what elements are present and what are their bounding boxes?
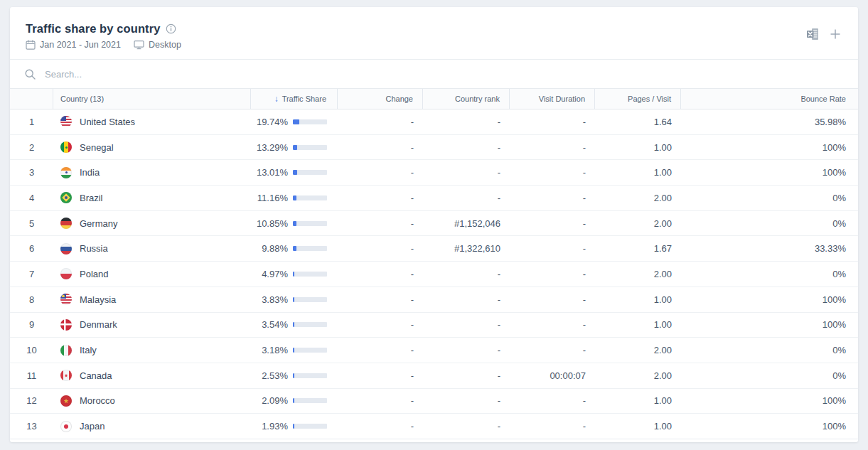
table-header-row: Country (13) ↓ Traffic Share Change Coun… bbox=[10, 88, 858, 109]
excel-export-button[interactable] bbox=[806, 28, 820, 41]
column-header-visit-duration[interactable]: Visit Duration bbox=[510, 89, 595, 109]
country-flag-icon bbox=[60, 141, 72, 153]
bounce-rate-cell: 35.98% bbox=[681, 117, 858, 127]
column-header-bounce-rate[interactable]: Bounce Rate bbox=[681, 89, 858, 109]
rank-cell: 13 bbox=[10, 421, 53, 432]
country-rank-cell: - bbox=[423, 345, 510, 355]
visit-duration-cell: - bbox=[510, 243, 595, 254]
country-name: Germany bbox=[80, 218, 117, 229]
table-row: 4 Brazil 11.16% - - - 2.00 0% bbox=[10, 186, 858, 211]
rank-cell: 3 bbox=[10, 167, 53, 178]
traffic-share-value: 2.09% bbox=[262, 395, 288, 406]
country-name: Brazil bbox=[80, 193, 103, 203]
bounce-rate-cell: 100% bbox=[681, 167, 858, 178]
visit-duration-cell: - bbox=[510, 167, 595, 178]
traffic-share-bar-fill bbox=[293, 221, 296, 226]
bounce-rate-cell: 100% bbox=[681, 319, 858, 330]
country-name: Denmark bbox=[80, 319, 117, 330]
pages-per-visit-cell: 2.00 bbox=[595, 370, 681, 381]
table-row: 9 Denmark 3.54% - - - 1.00 100% bbox=[10, 313, 858, 338]
column-header-traffic-share[interactable]: ↓ Traffic Share bbox=[251, 89, 338, 109]
visit-duration-cell: - bbox=[510, 142, 595, 153]
country-name: Italy bbox=[80, 345, 97, 355]
traffic-share-cell: 13.29% bbox=[251, 142, 338, 153]
country-rank-cell: - bbox=[423, 319, 510, 330]
change-cell: - bbox=[338, 117, 423, 127]
rank-cell: 12 bbox=[10, 395, 53, 406]
pages-per-visit-cell: 1.00 bbox=[595, 142, 681, 153]
column-header-country[interactable]: Country (13) bbox=[53, 89, 251, 109]
bounce-rate-cell: 0% bbox=[681, 269, 858, 279]
rank-cell: 2 bbox=[10, 142, 53, 153]
traffic-share-bar bbox=[293, 145, 327, 150]
visit-duration-cell: - bbox=[510, 395, 595, 406]
country-name: Poland bbox=[80, 269, 108, 279]
traffic-share-cell: 19.74% bbox=[251, 117, 338, 127]
country-flag-icon bbox=[60, 243, 72, 255]
traffic-share-value: 3.83% bbox=[262, 294, 288, 305]
device-label: Desktop bbox=[149, 40, 181, 50]
country-name: Morocco bbox=[80, 395, 115, 406]
country-flag-icon bbox=[60, 345, 72, 356]
traffic-share-cell: 3.18% bbox=[251, 345, 338, 355]
country-rank-cell: - bbox=[423, 294, 510, 305]
traffic-share-card: Traffic share by country bbox=[10, 7, 858, 442]
country-rank-cell: - bbox=[423, 142, 510, 153]
traffic-share-value: 13.01% bbox=[257, 167, 288, 178]
search-input[interactable] bbox=[45, 69, 844, 80]
country-rank-cell: - bbox=[423, 421, 510, 432]
traffic-share-value: 1.93% bbox=[262, 421, 288, 432]
pages-per-visit-cell: 2.00 bbox=[595, 269, 681, 279]
pages-per-visit-cell: 2.00 bbox=[595, 193, 681, 203]
table-row: 3 India 13.01% - - - 1.00 100% bbox=[10, 160, 858, 186]
visit-duration-cell: - bbox=[510, 269, 595, 279]
change-cell: - bbox=[338, 345, 423, 355]
change-cell: - bbox=[338, 319, 423, 330]
pages-per-visit-cell: 1.00 bbox=[595, 319, 681, 330]
column-header-rank[interactable] bbox=[10, 89, 53, 109]
traffic-share-bar bbox=[293, 373, 327, 378]
country-flag-icon bbox=[60, 294, 72, 305]
visit-duration-cell: - bbox=[510, 421, 595, 432]
table-row: 12 Morocco 2.09% - - - 1.00 100% bbox=[10, 389, 858, 414]
traffic-share-bar bbox=[293, 322, 327, 327]
country-cell: Canada bbox=[53, 370, 251, 381]
desktop-device-icon bbox=[134, 40, 144, 50]
bounce-rate-cell: 0% bbox=[681, 345, 858, 355]
visit-duration-cell: - bbox=[510, 319, 595, 330]
change-cell: - bbox=[338, 193, 423, 203]
visit-duration-cell: - bbox=[510, 117, 595, 127]
column-header-pages-per-visit[interactable]: Pages / Visit bbox=[595, 89, 681, 109]
pages-per-visit-cell: 1.00 bbox=[595, 395, 681, 406]
info-icon[interactable] bbox=[166, 23, 176, 34]
traffic-share-bar-fill bbox=[293, 373, 294, 378]
country-cell: Japan bbox=[53, 421, 251, 432]
change-cell: - bbox=[338, 370, 423, 381]
traffic-share-bar bbox=[293, 221, 327, 226]
table-row: 13 Japan 1.93% - - - 1.00 100% bbox=[10, 414, 858, 439]
rank-cell: 11 bbox=[10, 370, 53, 381]
traffic-share-value: 11.16% bbox=[257, 193, 288, 203]
bounce-rate-cell: 100% bbox=[681, 395, 858, 406]
rank-cell: 5 bbox=[10, 218, 53, 229]
traffic-share-cell: 9.88% bbox=[251, 243, 338, 254]
rank-cell: 7 bbox=[10, 269, 53, 279]
traffic-share-bar bbox=[293, 424, 327, 429]
column-header-country-rank[interactable]: Country rank bbox=[423, 89, 510, 109]
column-header-change[interactable]: Change bbox=[338, 89, 423, 109]
table-row: 5 Germany 10.85% - #1,152,046 - 2.00 0% bbox=[10, 211, 858, 237]
country-cell: Malaysia bbox=[53, 294, 251, 305]
rank-cell: 9 bbox=[10, 319, 53, 330]
add-widget-button[interactable] bbox=[830, 28, 841, 40]
traffic-share-bar-fill bbox=[293, 246, 296, 251]
bounce-rate-cell: 100% bbox=[681, 421, 858, 432]
rank-cell: 8 bbox=[10, 294, 53, 305]
traffic-share-value: 2.53% bbox=[262, 370, 288, 381]
traffic-share-bar bbox=[293, 398, 327, 403]
country-cell: India bbox=[53, 167, 251, 178]
country-rank-cell: - bbox=[423, 269, 510, 279]
date-range-label: Jan 2021 - Jun 2021 bbox=[40, 40, 121, 50]
traffic-share-bar-fill bbox=[293, 119, 299, 124]
country-flag-icon bbox=[60, 319, 72, 331]
table-row: 11 Canada 2.53% - - 00:00:07 2.00 0% bbox=[10, 363, 858, 389]
